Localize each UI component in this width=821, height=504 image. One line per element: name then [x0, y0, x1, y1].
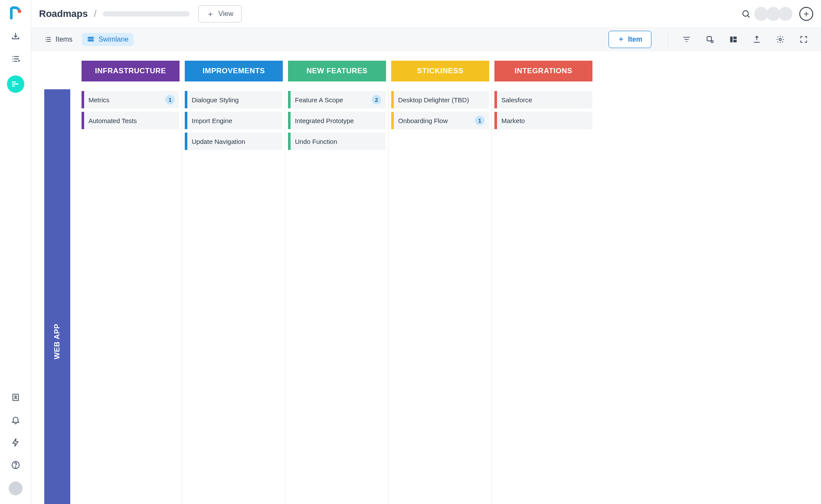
cell-web_app-new_features: Feature A Scope2Integrated PrototypeUndo…	[285, 89, 389, 504]
card[interactable]: Onboarding Flow1	[391, 112, 489, 129]
card-label: Integrated Prototype	[295, 117, 354, 124]
svg-point-5	[743, 10, 749, 16]
divider	[668, 32, 668, 47]
card[interactable]: Salesforce	[494, 91, 592, 108]
card[interactable]: Update Navigation	[185, 133, 282, 150]
svg-rect-7	[90, 37, 92, 38]
add-view-label: View	[219, 10, 233, 18]
svg-rect-11	[92, 39, 93, 41]
svg-point-4	[15, 467, 16, 467]
card[interactable]: Marketo	[494, 112, 592, 129]
view-toggle-items[interactable]: Items	[39, 33, 78, 46]
export-icon[interactable]	[750, 33, 764, 46]
row-header-web_app[interactable]: WEB APP	[36, 89, 79, 504]
card-badge: 1	[165, 95, 175, 104]
cell-web_app-integrations: SalesforceMarketo	[492, 89, 595, 504]
card-label: Import Engine	[192, 117, 232, 124]
card[interactable]: Integrated Prototype	[288, 112, 386, 129]
card-label: Metrics	[88, 96, 109, 104]
swimlane-board: INFRASTRUCTUREIMPROVEMENTSNEW FEATURESST…	[31, 51, 821, 504]
breadcrumb-skeleton	[103, 11, 190, 16]
collaborator-avatars[interactable]	[756, 7, 792, 21]
column-header-new_features[interactable]: NEW FEATURES	[288, 61, 386, 81]
add-item-button[interactable]: ＋ Item	[608, 31, 651, 48]
view-toolbar: Items Swimlane ＋ Item	[31, 28, 821, 51]
cell-web_app-improvements: Dialogue StylingImport EngineUpdate Navi…	[182, 89, 285, 504]
svg-rect-15	[733, 36, 737, 39]
card-label: Undo Function	[295, 138, 337, 145]
card-label: Salesforce	[501, 96, 532, 104]
view-toggle-items-label: Items	[56, 36, 72, 43]
card-label: Onboarding Flow	[398, 117, 448, 124]
card-label: Desktop Delighter (TBD)	[398, 96, 469, 104]
list-check-icon[interactable]	[10, 53, 22, 65]
add-view-button[interactable]: ＋ View	[198, 5, 242, 23]
view-toggle-swimlane[interactable]: Swimlane	[82, 33, 134, 46]
roadmap-icon[interactable]	[7, 75, 24, 93]
card-label: Automated Tests	[88, 117, 137, 124]
column-header-integrations[interactable]: INTEGRATIONS	[494, 61, 592, 81]
column-header-improvements[interactable]: IMPROVEMENTS	[185, 61, 283, 81]
plus-icon: ＋	[206, 9, 214, 19]
svg-point-17	[779, 38, 782, 40]
svg-rect-12	[707, 36, 711, 41]
svg-rect-6	[88, 37, 89, 38]
contacts-icon[interactable]	[10, 391, 22, 403]
breadcrumb-separator: /	[94, 8, 96, 20]
svg-rect-14	[730, 36, 733, 42]
help-icon[interactable]	[10, 459, 22, 471]
page-title: Roadmaps	[39, 8, 88, 20]
card-badge: 1	[475, 116, 484, 125]
gear-icon[interactable]	[773, 33, 787, 46]
link-column-icon[interactable]	[703, 33, 717, 46]
layout-icon[interactable]	[726, 33, 740, 46]
svg-point-2	[15, 396, 16, 397]
left-nav-rail	[0, 0, 31, 504]
svg-rect-16	[733, 39, 737, 42]
view-toggle-swimlane-label: Swimlane	[98, 36, 128, 43]
bolt-icon[interactable]	[10, 436, 22, 449]
topbar: Roadmaps / ＋ View ＋	[31, 0, 821, 28]
cell-web_app-infrastructure: Metrics1Automated Tests	[79, 89, 182, 504]
card[interactable]: Desktop Delighter (TBD)	[391, 91, 489, 108]
fullscreen-icon[interactable]	[797, 33, 811, 46]
app-logo	[9, 6, 23, 20]
plus-icon: ＋	[618, 35, 625, 44]
svg-rect-9	[88, 39, 89, 41]
search-icon[interactable]	[740, 8, 752, 20]
card-label: Update Navigation	[192, 138, 245, 145]
card[interactable]: Import Engine	[185, 112, 282, 129]
column-header-stickiness[interactable]: STICKINESS	[391, 61, 489, 81]
card[interactable]: Dialogue Styling	[185, 91, 282, 108]
card[interactable]: Feature A Scope2	[288, 91, 386, 108]
card-label: Marketo	[501, 117, 525, 124]
column-header-infrastructure[interactable]: INFRASTRUCTURE	[82, 61, 180, 81]
svg-point-13	[711, 40, 713, 42]
bell-icon[interactable]	[10, 414, 22, 426]
add-item-label: Item	[628, 36, 642, 43]
card-label: Feature A Scope	[295, 96, 343, 104]
svg-rect-8	[92, 37, 93, 38]
card[interactable]: Undo Function	[288, 133, 386, 150]
cell-web_app-stickiness: Desktop Delighter (TBD)Onboarding Flow1	[389, 89, 492, 504]
filter-icon[interactable]	[680, 33, 693, 46]
svg-rect-10	[90, 39, 92, 41]
card[interactable]: Metrics1	[82, 91, 179, 108]
svg-point-0	[18, 10, 21, 13]
card-badge: 2	[372, 95, 381, 104]
card-label: Dialogue Styling	[192, 96, 239, 104]
invite-button[interactable]: ＋	[799, 7, 813, 21]
user-avatar[interactable]	[9, 481, 23, 495]
inbox-icon[interactable]	[10, 30, 22, 42]
card[interactable]: Automated Tests	[82, 112, 179, 129]
